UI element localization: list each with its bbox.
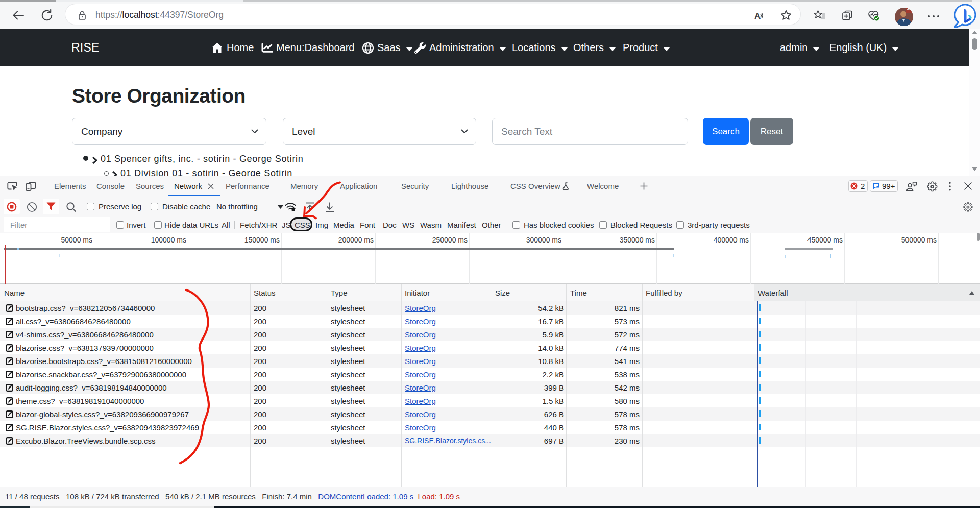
svg-text:A: A [754,11,761,21]
